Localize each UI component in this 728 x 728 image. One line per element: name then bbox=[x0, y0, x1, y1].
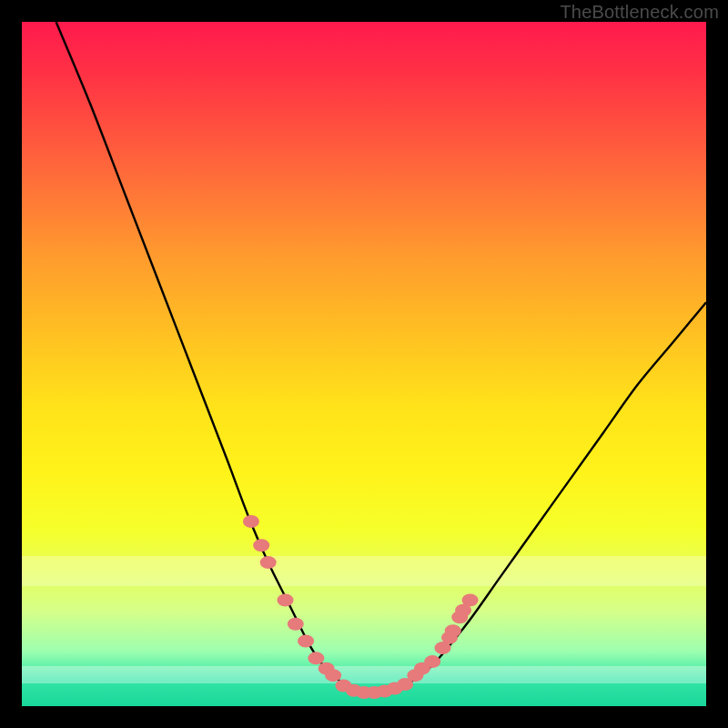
data-marker bbox=[445, 624, 461, 637]
data-marker bbox=[253, 539, 269, 551]
data-marker bbox=[260, 556, 277, 569]
data-marker bbox=[278, 593, 294, 606]
data-marker bbox=[462, 593, 479, 606]
bottleneck-chart bbox=[22, 22, 706, 706]
watermark-text: TheBottleneck.com bbox=[560, 2, 719, 23]
data-marker bbox=[288, 618, 304, 631]
data-marker bbox=[298, 635, 314, 648]
chart-frame bbox=[22, 22, 706, 706]
data-markers bbox=[243, 515, 479, 699]
data-marker bbox=[308, 652, 324, 664]
data-marker bbox=[243, 515, 259, 528]
data-marker bbox=[325, 669, 341, 682]
bottleneck-curve bbox=[56, 22, 706, 693]
data-marker bbox=[424, 655, 440, 668]
